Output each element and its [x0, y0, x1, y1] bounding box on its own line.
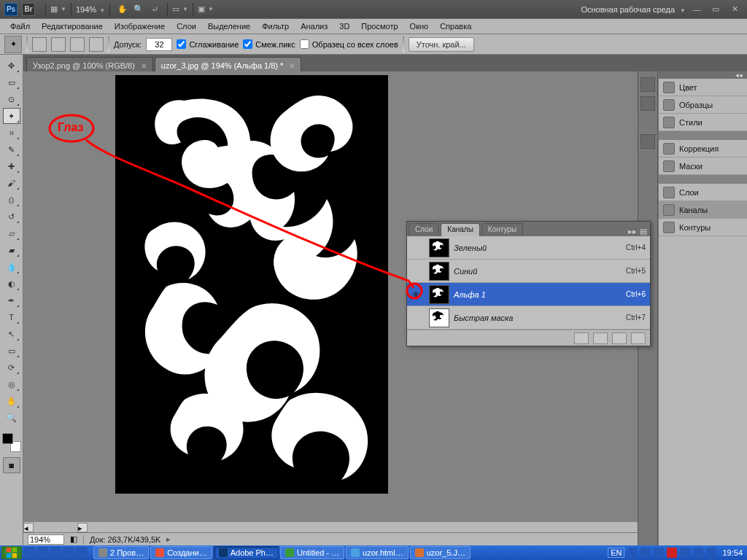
workspace-switcher[interactable]: Основная рабочая среда ▼: [581, 5, 686, 14]
close-button[interactable]: ✕: [727, 4, 743, 14]
tray-icon[interactable]: [680, 548, 690, 558]
tray-icon[interactable]: [640, 548, 651, 558]
hand-tool-icon[interactable]: ✋: [116, 3, 129, 16]
crop-tool-icon[interactable]: ⌗: [3, 125, 20, 141]
minimize-button[interactable]: —: [689, 5, 705, 14]
panel-collapsed-icon[interactable]: [640, 77, 655, 92]
eyedropper-tool-icon[interactable]: ✎: [3, 141, 20, 158]
zoom-field[interactable]: 194%: [28, 534, 64, 545]
load-selection-button[interactable]: [574, 332, 589, 344]
menu-window[interactable]: Окно: [404, 20, 435, 32]
taskbar-item[interactable]: uzor_5.J…: [410, 546, 471, 559]
language-indicator[interactable]: EN: [608, 548, 624, 558]
panel-collapsed-icon[interactable]: [640, 134, 655, 149]
clock[interactable]: 19:54: [719, 548, 746, 557]
panel-tab-swatches[interactable]: Образцы: [659, 96, 747, 114]
rotate-view-icon[interactable]: ⤾: [148, 3, 161, 16]
screen-mode-icon[interactable]: ▭▼: [174, 3, 187, 16]
path-selection-tool-icon[interactable]: ↖: [3, 326, 20, 342]
save-selection-button[interactable]: [593, 332, 608, 344]
panel-tab-layers[interactable]: Слои: [659, 184, 747, 201]
status-nav-icon[interactable]: ◧: [70, 534, 77, 544]
quick-launch-icon[interactable]: [36, 547, 48, 559]
zoom-level-dropdown[interactable]: 194%▼: [76, 5, 105, 14]
quick-launch-icon[interactable]: [50, 547, 61, 559]
menu-file[interactable]: Файл: [4, 20, 36, 32]
menu-filter[interactable]: Фильтр: [256, 20, 295, 32]
menu-view[interactable]: Просмотр: [355, 20, 403, 32]
document-tab[interactable]: Узор2.png @ 100% (RGB/8)✕: [26, 57, 153, 71]
quick-launch-icon[interactable]: [23, 547, 35, 559]
panel-tab-paths[interactable]: Контуры: [659, 219, 747, 236]
tray-icon[interactable]: [693, 548, 703, 558]
panel-tab-channels[interactable]: Каналы: [659, 201, 747, 219]
menu-select[interactable]: Выделение: [202, 20, 256, 32]
channel-row[interactable]: Синий Ctrl+5: [407, 260, 650, 283]
selection-subtract-icon[interactable]: [70, 37, 85, 52]
panel-tab-color[interactable]: Цвет: [659, 79, 747, 96]
close-tab-icon[interactable]: ✕: [141, 62, 147, 70]
collapse-panel-icon[interactable]: ▸▸: [628, 227, 637, 236]
delete-channel-button[interactable]: [631, 332, 646, 344]
panel-tab-adjustments[interactable]: Коррекция: [659, 140, 747, 158]
panel-tab-styles[interactable]: Стили: [659, 114, 747, 131]
quick-mask-toggle[interactable]: ◙: [3, 457, 20, 473]
channel-row[interactable]: Зеленый Ctrl+4: [407, 236, 650, 260]
clone-stamp-tool-icon[interactable]: ⎙: [3, 192, 20, 208]
close-tab-icon[interactable]: ✕: [289, 62, 295, 70]
refine-edge-button[interactable]: Уточн. край...: [409, 37, 474, 52]
brush-tool-icon[interactable]: 🖌: [3, 175, 20, 191]
quick-launch-icon[interactable]: [63, 547, 74, 559]
menu-edit[interactable]: Редактирование: [36, 20, 109, 32]
collapse-panels-button[interactable]: ◂◂: [659, 71, 747, 79]
menu-layers[interactable]: Слои: [171, 20, 202, 32]
hand-tool-icon[interactable]: ✋: [3, 393, 20, 409]
start-button[interactable]: [1, 546, 22, 559]
tolerance-input[interactable]: [146, 38, 172, 51]
gradient-tool-icon[interactable]: ▰: [3, 242, 20, 258]
panel-tab-paths[interactable]: Контуры: [481, 223, 523, 236]
menu-image[interactable]: Изображение: [109, 20, 171, 32]
color-swatches[interactable]: [2, 433, 21, 452]
menu-3d[interactable]: 3D: [333, 20, 355, 32]
channel-row[interactable]: 👁 Альфа 1 Ctrl+6: [407, 283, 650, 306]
document-tab[interactable]: uzor_3.jpg @ 194% (Альфа 1/8) *✕: [155, 57, 302, 71]
selection-add-icon[interactable]: [51, 37, 66, 52]
selection-new-icon[interactable]: [32, 37, 47, 52]
tray-icon[interactable]: [706, 548, 716, 558]
tray-icon[interactable]: [627, 548, 638, 558]
contiguous-checkbox[interactable]: Смеж.пикс: [243, 39, 295, 49]
taskbar-item[interactable]: Adobe Ph…: [214, 546, 279, 559]
tray-icon[interactable]: [654, 548, 664, 558]
document-canvas[interactable]: [115, 75, 388, 494]
channel-row[interactable]: Быстрая маска Ctrl+7: [407, 306, 650, 330]
eraser-tool-icon[interactable]: ▱: [3, 225, 20, 241]
marquee-tool-icon[interactable]: ▭: [3, 74, 20, 90]
zoom-tool-icon[interactable]: 🔍: [3, 410, 20, 426]
panel-menu-icon[interactable]: ▤: [640, 227, 647, 236]
antialias-checkbox[interactable]: Сглаживание: [177, 39, 239, 49]
taskbar-item[interactable]: Создани…: [150, 546, 212, 559]
panel-tab-masks[interactable]: Маски: [659, 158, 747, 175]
3d-rotate-tool-icon[interactable]: ⟳: [3, 359, 20, 376]
extras-icon[interactable]: ▣▼: [199, 3, 212, 16]
menu-help[interactable]: Справка: [434, 20, 477, 32]
active-tool-preset[interactable]: ✦: [4, 36, 22, 53]
panel-collapsed-icon[interactable]: [640, 96, 655, 111]
menu-analysis[interactable]: Анализ: [295, 20, 333, 32]
sample-all-layers-checkbox[interactable]: Образец со всех слоев: [300, 39, 398, 49]
panel-tab-channels[interactable]: Каналы: [441, 223, 480, 236]
arrange-docs-icon[interactable]: ▦▼: [52, 3, 65, 16]
lasso-tool-icon[interactable]: ⊙: [3, 91, 20, 107]
magic-wand-tool-icon[interactable]: ✦: [3, 108, 20, 124]
taskbar-item[interactable]: Untitled - …: [280, 546, 344, 559]
pen-tool-icon[interactable]: ✒: [3, 292, 20, 308]
move-tool-icon[interactable]: ✥: [3, 58, 20, 74]
type-tool-icon[interactable]: T: [3, 309, 20, 325]
panel-tab-layers[interactable]: Слои: [409, 223, 439, 236]
zoom-tool-icon[interactable]: 🔍: [132, 3, 145, 16]
history-brush-tool-icon[interactable]: ↺: [3, 209, 20, 225]
restore-button[interactable]: ▭: [708, 4, 724, 14]
healing-brush-tool-icon[interactable]: ✚: [3, 158, 20, 174]
3d-orbit-tool-icon[interactable]: ◎: [3, 376, 20, 392]
